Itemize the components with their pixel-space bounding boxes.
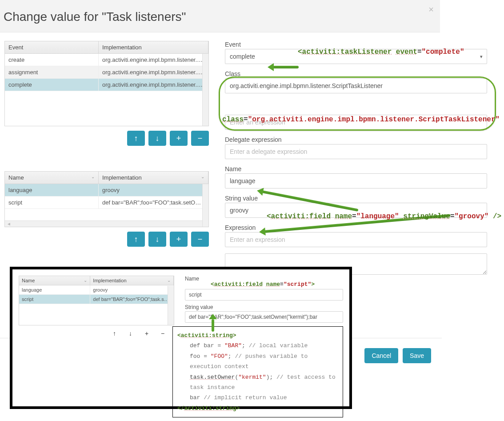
overlay-col-name[interactable]: Name⌄ (19, 276, 90, 285)
move-down-button[interactable]: ↓ (129, 330, 142, 342)
table-row[interactable]: script def bar="BAR";foo="FOO";task.setO… (19, 295, 174, 304)
h-scrollbar[interactable]: ◄ ► (5, 221, 208, 227)
move-up-button[interactable]: ↑ (113, 330, 126, 342)
delegate-label: Delegate expression (225, 136, 487, 143)
overlay-fields-table: Name⌄ Implementation⌄ language groovy sc… (19, 276, 174, 304)
chevron-down-icon: ⌄ (201, 174, 204, 179)
class-label: Class (225, 70, 487, 77)
fields-table: Name⌄ Implementation⌄ language groovy sc… (5, 172, 208, 209)
name-label: Name (225, 165, 487, 172)
listeners-col-event[interactable]: Event (5, 41, 98, 54)
chevron-down-icon: ⌄ (84, 278, 87, 283)
remove-button[interactable]: − (191, 131, 209, 146)
class-input[interactable] (225, 78, 487, 93)
dialog-title: Change value for "Task listeners" (4, 10, 429, 24)
delegate-input[interactable] (225, 144, 487, 159)
chevron-down-icon: ⌄ (91, 174, 95, 179)
listeners-col-impl[interactable]: Implementation (98, 41, 208, 54)
move-down-button[interactable]: ↓ (148, 232, 166, 247)
listeners-panel: Event Implementation create org.activiti… (4, 41, 209, 146)
dialog-header: Change value for "Task listeners" × (0, 0, 440, 32)
table-row[interactable]: script def bar="BAR";foo="FOO";task.setO… (5, 196, 208, 209)
hscroll-left-icon: ◄ (7, 221, 11, 226)
add-button[interactable]: + (170, 232, 188, 247)
move-up-button[interactable]: ↑ (127, 131, 145, 146)
listeners-table: Event Implementation create org.activiti… (5, 41, 208, 91)
overlay-string-value-label: String value (185, 304, 343, 310)
annotation-arrow (212, 319, 214, 332)
remove-button[interactable]: − (191, 232, 209, 247)
fields-col-name[interactable]: Name⌄ (5, 172, 98, 184)
overlay-name-input[interactable] (185, 289, 343, 301)
annotation-field-script: <activiti:field name="script"> (211, 281, 315, 288)
overlay-col-impl[interactable]: Implementation⌄ (90, 276, 174, 285)
save-button[interactable]: Save (403, 348, 431, 363)
event-label: Event (225, 41, 487, 48)
scrollbar[interactable] (168, 286, 174, 325)
scrollbar[interactable] (202, 54, 208, 126)
table-row[interactable]: complete org.activiti.engine.impl.bpmn.l… (5, 79, 208, 91)
add-button[interactable]: + (145, 330, 158, 342)
scrollbar[interactable] (202, 184, 208, 227)
annotation-arrow (273, 66, 299, 68)
table-row[interactable]: language groovy (19, 285, 174, 295)
cancel-button[interactable]: Cancel (364, 348, 398, 363)
add-button[interactable]: + (170, 131, 188, 146)
table-row[interactable]: create org.activiti.engine.impl.bpmn.lis… (5, 54, 208, 66)
overlay-code-box: <activiti:string> def bar = "BAR"; // lo… (172, 326, 343, 417)
script-overlay-panel: Name⌄ Implementation⌄ language groovy sc… (10, 267, 352, 409)
string-value-label: String value (225, 195, 487, 202)
move-up-button[interactable]: ↑ (127, 232, 145, 247)
chevron-down-icon: ⌄ (167, 278, 171, 283)
move-down-button[interactable]: ↓ (148, 131, 166, 146)
fields-panel: Name⌄ Implementation⌄ language groovy sc… (4, 171, 209, 247)
annotation-tasklistener: <activiti:taskListener event="complete" (298, 48, 464, 56)
name-input[interactable] (225, 173, 487, 188)
table-row[interactable]: assignment org.activiti.engine.impl.bpmn… (5, 66, 208, 79)
table-row[interactable]: language groovy (5, 184, 208, 196)
annotation-class: class="org.activiti.engine.impl.bpmn.lis… (222, 116, 495, 124)
fields-col-impl[interactable]: Implementation⌄ (98, 172, 208, 184)
annotation-field: <activiti:field name="language" stringVa… (267, 213, 501, 221)
close-icon[interactable]: × (428, 4, 434, 15)
